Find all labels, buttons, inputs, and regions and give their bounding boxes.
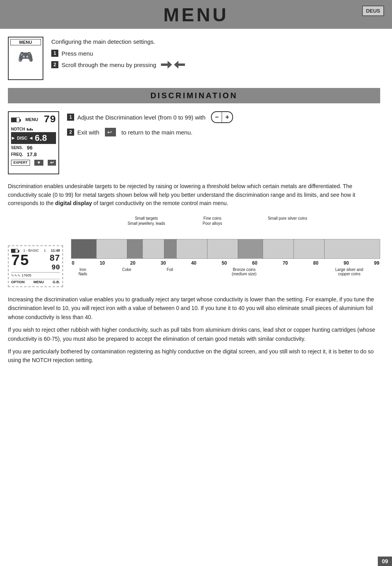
chart-bottom-labels: IronNails Coke Foil Bronze coins(medium … <box>71 267 380 287</box>
menu-device-label: MENU <box>10 39 41 45</box>
step-1: 1 Press menu <box>51 50 380 57</box>
scale-wave: ∿∿∿ 17605 <box>11 272 60 277</box>
down-arrow-btn: ▼ <box>34 160 43 166</box>
scale-40: 40 <box>191 260 196 266</box>
scale-device-dashed-box: 1 - BASIC 1 11:48 75 87 90 ∿∿∿ 17605 OPT <box>8 245 63 287</box>
long-description: Increasing the discrimination value enab… <box>8 295 380 365</box>
freq-val: 17605 <box>22 273 32 277</box>
chart-vline-2 <box>127 239 127 258</box>
chart-vline-1 <box>96 239 97 258</box>
discrimination-section-divider: DISCRIMINATION <box>8 88 380 103</box>
sens-value: 96 <box>27 145 32 151</box>
scale-50: 50 <box>222 260 227 266</box>
scale-option: OPTION <box>11 280 25 284</box>
scale-right-nums: 87 90 <box>50 254 60 271</box>
page-header: MENU DEUS <box>0 0 392 29</box>
scale-area: 1 - BASIC 1 11:48 75 87 90 ∿∿∿ 17605 OPT <box>8 216 380 287</box>
label-large-silver: Large silver andcopper coins <box>332 267 366 276</box>
disc-big-num: 79 <box>44 114 56 125</box>
disc-notch-row: NOTCH <box>11 127 56 131</box>
label-small-targets: Small targetsSmall jewellery, leads <box>127 216 166 226</box>
chart-scale-numbers: 0 10 20 30 40 50 60 70 80 90 99 <box>71 260 380 266</box>
disc-step-2-num: 2 <box>67 129 74 136</box>
minus-icon: ▶ <box>11 136 15 140</box>
label-coke: Coke <box>117 267 136 272</box>
long-desc-para2: If you wish to reject other rubbish with… <box>8 325 380 343</box>
scale-header-time: 11:48 <box>51 248 60 253</box>
discrimination-title: DISCRIMINATION <box>8 91 380 100</box>
disc-step-1: 1 Adjust the Discrimination level (from … <box>67 111 380 123</box>
disc-step-2-text: Exit with <box>77 129 99 136</box>
deus-logo: DEUS <box>362 6 384 16</box>
intro-description: Configuring the main detection settings. <box>51 38 380 45</box>
scale-battery-icon <box>11 248 18 253</box>
disc-sens-row: SENS. 96 <box>11 145 56 151</box>
label-silver-coins: Small pure silver coins <box>266 216 309 221</box>
scale-70: 70 <box>283 260 288 266</box>
step-2-number: 2 <box>51 61 58 68</box>
disc-disc-row: ▶ DISC ◀ 6.8 <box>11 132 56 144</box>
discrimination-description-text: Discrimination enables undesirable targe… <box>8 183 355 206</box>
step-1-text: Press menu <box>62 50 93 57</box>
discrimination-section: MENU 79 NOTCH ▶ DISC ◀ 6.8 SENS. <box>8 111 380 174</box>
plus-icon: ◀ <box>29 136 33 140</box>
scale-20: 20 <box>130 260 135 266</box>
expert-label: EXPERT <box>11 160 30 166</box>
chart-vline-3 <box>142 239 143 258</box>
minus-plus-buttons: − + <box>211 111 233 123</box>
disc-label: DISC <box>17 136 27 140</box>
scale-big-num: 75 <box>11 254 29 269</box>
back-btn: ↩ <box>48 160 56 166</box>
scale-0: 0 <box>72 260 75 266</box>
label-foil: Foil <box>162 267 178 272</box>
chart-vline-8 <box>263 239 263 258</box>
main-content: MENU 🎮 Configuring the main detection se… <box>0 29 392 377</box>
scale-bottom-num: 90 <box>51 263 60 271</box>
step-2: 2 Scroll through the menu by pressing <box>51 61 380 69</box>
page-title: MENU <box>0 4 392 26</box>
scale-30: 30 <box>161 260 166 266</box>
chart-vline-6 <box>207 239 207 258</box>
step-1-number: 1 <box>51 50 58 57</box>
scroll-arrows <box>161 61 185 69</box>
chart-vline-9 <box>293 239 294 258</box>
scale-menu: MENU <box>34 280 44 284</box>
conductivity-chart: Small targetsSmall jewellery, leads Fine… <box>71 216 380 287</box>
menu-intro: MENU 🎮 Configuring the main detection se… <box>8 37 380 80</box>
controller-icon: 🎮 <box>18 49 34 64</box>
disc-step-2-end: to return to the main menu. <box>121 129 192 136</box>
long-desc-para3: If you are particularly bothered by cont… <box>8 347 380 365</box>
return-arrow-icon: ↩ <box>107 129 112 135</box>
disc-device-footer: EXPERT ▼ ↩ <box>11 160 56 166</box>
scale-device-footer: OPTION MENU G.B. <box>11 279 60 284</box>
chart-top-labels: Small targetsSmall jewellery, leads Fine… <box>71 216 380 237</box>
minus-button[interactable]: − <box>212 112 222 122</box>
menu-intro-text: Configuring the main detection settings.… <box>51 37 380 73</box>
disc-battery-icon <box>11 117 20 122</box>
scale-80: 80 <box>313 260 318 266</box>
chart-bar <box>71 239 380 259</box>
disc-device-header: MENU 79 <box>11 114 56 125</box>
scale-10: 10 <box>100 260 105 266</box>
wave-icon: ∿∿∿ <box>11 273 21 277</box>
notch-label: NOTCH <box>11 127 26 131</box>
right-arrow-icon <box>174 61 185 69</box>
disc-freq-row: FREQ. 17.8 <box>11 151 56 157</box>
label-bronze-coins: Bronze coins(medium size) <box>226 267 262 276</box>
label-iron-nails: IronNails <box>71 267 95 276</box>
scale-device-header: 1 - BASIC 1 11:48 <box>11 248 60 253</box>
menu-device-illustration: MENU 🎮 <box>8 37 43 80</box>
disc-step-1-num: 1 <box>67 114 74 121</box>
long-desc-para1: Increasing the discrimination value enab… <box>8 295 380 321</box>
disc-device-box: MENU 79 NOTCH ▶ DISC ◀ 6.8 SENS. <box>8 111 59 174</box>
disc-value: 6.8 <box>35 133 47 143</box>
return-button[interactable]: ↩ <box>105 128 116 136</box>
scale-header-mid: 1 <box>44 248 46 253</box>
scale-99: 99 <box>374 260 379 266</box>
chart-vline-4 <box>164 239 164 258</box>
discrimination-description: Discrimination enables undesirable targe… <box>8 182 380 208</box>
scale-gb: G.B. <box>52 280 60 284</box>
plus-button[interactable]: + <box>222 112 232 122</box>
chart-bar-bg <box>71 239 380 259</box>
chart-foil-section <box>164 239 176 258</box>
